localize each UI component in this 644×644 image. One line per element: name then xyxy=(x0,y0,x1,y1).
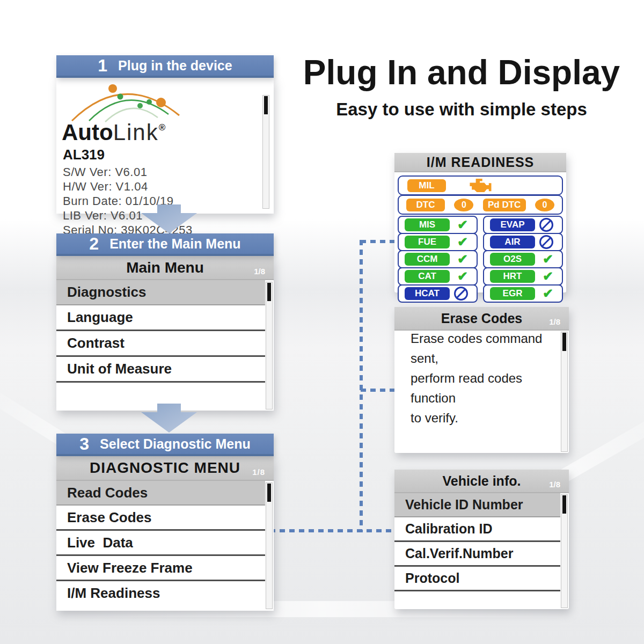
status-check-icon xyxy=(457,269,468,284)
main-menu-title-bar: Main Menu 1/8 xyxy=(56,256,274,280)
monitor-row-mis: MIS xyxy=(398,216,478,234)
main-menu-scrollbar[interactable] xyxy=(266,282,273,409)
status-check-icon xyxy=(457,235,468,250)
status-check-icon xyxy=(457,252,468,267)
diagnostic-menu-scrollbar-thumb[interactable] xyxy=(267,484,271,502)
erase-codes-message-line: to verify. xyxy=(411,408,569,428)
main-menu-screen: Main Menu 1/8 Diagnostics Language Contr… xyxy=(56,256,274,411)
down-arrow-icon xyxy=(137,204,201,233)
menu-item-calibration-id[interactable]: Calibration ID xyxy=(394,517,560,542)
menu-item-unit-of-measure[interactable]: Unit of Measure xyxy=(56,357,265,383)
device-info-line: H/W Ver: V1.04 xyxy=(63,179,193,194)
step3-label: Select Diagnostic Menu xyxy=(100,436,251,452)
step1-device-screen: AutoLink® AL319 S/W Ver: V6.01 H/W Ver: … xyxy=(56,78,274,214)
status-check-icon xyxy=(543,286,553,301)
step1-number: 1 xyxy=(98,56,107,76)
menu-item-cal-verif-number[interactable]: Cal.Verif.Number xyxy=(394,542,560,567)
connector-to-erase-codes xyxy=(361,389,395,392)
connector-vertical-line xyxy=(360,240,363,532)
step3-number: 3 xyxy=(79,434,89,454)
menu-item-read-codes[interactable]: Read Codes xyxy=(56,481,265,506)
diagnostic-menu-page-indicator: 1/8 xyxy=(252,467,265,477)
step2-header: 2 Enter the Main Menu xyxy=(56,233,274,256)
vehicle-info-screen: Vehicle info. 1/8 Vehicle ID Number Cali… xyxy=(394,470,569,609)
down-arrow-icon xyxy=(137,404,201,433)
erase-codes-message-line: perform read codes function xyxy=(411,368,569,408)
monitor-row-hrt: HRT xyxy=(483,267,563,286)
mil-row: MIL xyxy=(398,175,563,195)
page-subtitle: Easy to use with simple steps xyxy=(301,99,623,120)
page-title: Plug In and Display xyxy=(301,53,623,92)
erase-codes-screen: Erase Codes 1/8 Erase codes command sent… xyxy=(394,307,569,453)
monitor-row-cat: CAT xyxy=(398,267,478,286)
diagnostic-menu-screen: DIAGNOSTIC MENU 1/8 Read Codes Erase Cod… xyxy=(56,456,274,611)
monitor-column-right: EVAP AIR O2S HRT EGR xyxy=(483,217,563,303)
erase-codes-scrollbar[interactable] xyxy=(561,332,568,452)
pd-dtc-count: 0 xyxy=(535,199,554,211)
pd-dtc-pill: Pd DTC xyxy=(483,199,526,211)
diagnostic-menu-scrollbar[interactable] xyxy=(266,482,273,609)
vehicle-info-title: Vehicle info. xyxy=(443,473,521,489)
menu-item-view-freeze-frame[interactable]: View Freeze Frame xyxy=(56,556,265,581)
main-menu-page-indicator: 1/8 xyxy=(254,267,265,276)
vehicle-info-page-indicator: 1/8 xyxy=(549,480,560,489)
vehicle-info-list: Vehicle ID Number Calibration ID Cal.Ver… xyxy=(394,493,569,591)
erase-codes-message-line: Erase codes command sent, xyxy=(411,328,569,368)
step1-header: 1 Plug in the device xyxy=(56,55,274,78)
main-menu-scrollbar-thumb[interactable] xyxy=(267,283,271,301)
status-check-icon xyxy=(543,269,553,284)
erase-codes-scrollbar-thumb[interactable] xyxy=(562,333,566,351)
step2-label: Enter the Main Menu xyxy=(109,236,240,252)
infographic-canvas: Plug In and Display Easy to use with sim… xyxy=(0,0,644,644)
dtc-pill: DTC xyxy=(406,199,445,211)
menu-item-live-data[interactable]: Live Data xyxy=(56,531,265,556)
status-na-icon xyxy=(454,287,468,301)
device-info-line: S/W Ver: V6.01 xyxy=(63,165,193,179)
monitor-table: MIS FUE CCM CAT HCAT xyxy=(398,217,563,303)
menu-item-im-readiness[interactable]: I/M Readiness xyxy=(56,581,265,605)
erase-codes-page-indicator: 1/8 xyxy=(549,317,560,326)
monitor-row-ccm: CCM xyxy=(398,250,478,268)
mil-pill: MIL xyxy=(407,179,446,192)
diagnostic-menu-list: Read Codes Erase Codes Live Data View Fr… xyxy=(56,481,274,605)
dtc-count: 0 xyxy=(454,199,473,211)
step2-number: 2 xyxy=(89,234,99,254)
im-readiness-title: I/M READINESS xyxy=(427,155,535,170)
diagnostic-menu-title: DIAGNOSTIC MENU xyxy=(90,459,240,477)
status-na-icon xyxy=(539,218,553,232)
engine-icon xyxy=(469,178,492,193)
monitor-row-o2s: O2S xyxy=(483,250,563,268)
erase-codes-title: Erase Codes xyxy=(441,311,522,326)
vehicle-info-title-bar: Vehicle info. 1/8 xyxy=(394,470,569,493)
menu-item-vehicle-id-number[interactable]: Vehicle ID Number xyxy=(394,493,560,517)
status-na-icon xyxy=(539,235,553,249)
autolink-logo-arcs-icon xyxy=(70,82,185,125)
monitor-row-evap: EVAP xyxy=(483,216,563,234)
monitor-row-egr: EGR xyxy=(483,284,563,303)
menu-item-protocol[interactable]: Protocol xyxy=(394,567,560,591)
autolink-brand-text: AutoLink® xyxy=(62,120,165,145)
menu-item-erase-codes[interactable]: Erase Codes xyxy=(56,506,265,531)
connector-to-vehicle-info xyxy=(270,529,395,532)
connector-to-im-readiness xyxy=(361,240,395,243)
vehicle-info-scrollbar[interactable] xyxy=(561,494,568,608)
main-menu-list: Diagnostics Language Contrast Unit of Me… xyxy=(56,280,274,383)
menu-item-language[interactable]: Language xyxy=(56,305,265,331)
menu-item-contrast[interactable]: Contrast xyxy=(56,331,265,357)
vehicle-info-scrollbar-thumb[interactable] xyxy=(562,495,566,514)
menu-item-diagnostics[interactable]: Diagnostics xyxy=(56,280,265,305)
device-model: AL319 xyxy=(63,147,105,163)
status-check-icon xyxy=(543,252,553,267)
step1-scrollbar-thumb[interactable] xyxy=(264,96,268,114)
monitor-row-fue: FUE xyxy=(398,233,478,251)
erase-codes-title-bar: Erase Codes 1/8 xyxy=(394,307,569,331)
im-readiness-screen: I/M READINESS MIL DTC 0 Pd DTC 0 MIS FUE xyxy=(394,153,566,292)
dtc-row: DTC 0 Pd DTC 0 xyxy=(398,195,563,215)
erase-codes-message: Erase codes command sent, perform read c… xyxy=(411,328,569,428)
step1-scrollbar[interactable] xyxy=(262,95,269,209)
monitor-row-hcat: HCAT xyxy=(398,284,478,303)
step1-label: Plug in the device xyxy=(118,58,232,74)
main-menu-title: Main Menu xyxy=(126,259,204,276)
monitor-row-air: AIR xyxy=(483,233,563,251)
status-check-icon xyxy=(457,217,468,232)
